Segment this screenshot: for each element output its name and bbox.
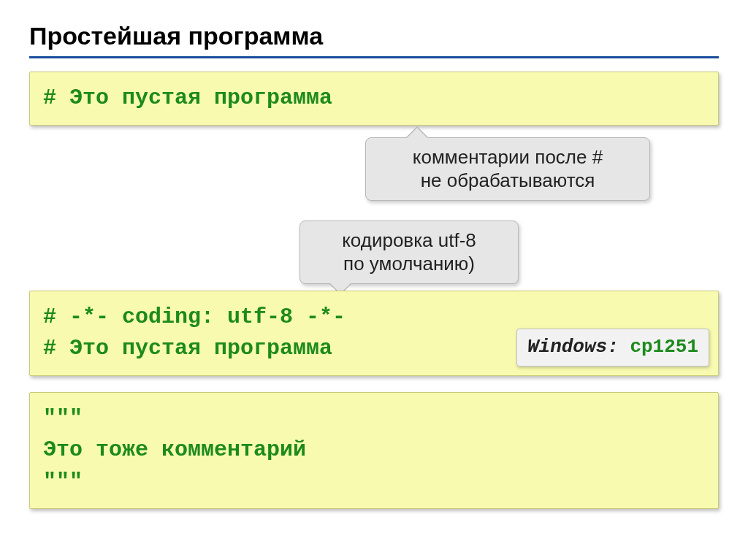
code-line: # Это пустая программа [43, 83, 705, 115]
label-code: cp1251 [630, 336, 698, 358]
code-line: """ [43, 467, 705, 499]
code-line: Это тоже комментарий [43, 434, 705, 467]
callout-area: комментарии после # не обрабатываются ко… [29, 142, 719, 288]
slide: Простейшая программа # Это пустая програ… [29, 22, 719, 509]
code-box-1: # Это пустая программа [29, 72, 719, 126]
label-prefix: Windows: [527, 336, 630, 358]
callout-encoding: кодировка utf-8 по умолчанию) [299, 220, 519, 284]
label-windows-encoding: Windows: cp1251 [516, 329, 709, 367]
code-line: """ [43, 403, 705, 435]
callout-line: кодировка utf-8 [313, 229, 505, 253]
callout-line: не обрабатываются [379, 169, 636, 193]
page-title: Простейшая программа [29, 22, 719, 58]
callout-line: по умолчанию) [313, 252, 505, 276]
callout-comments: комментарии после # не обрабатываются [365, 137, 650, 201]
code-box-3: """ Это тоже комментарий """ [29, 392, 719, 510]
code-box-2: # -*- coding: utf-8 -*- # Это пустая про… [29, 291, 719, 376]
callout-line: комментарии после # [379, 145, 636, 169]
